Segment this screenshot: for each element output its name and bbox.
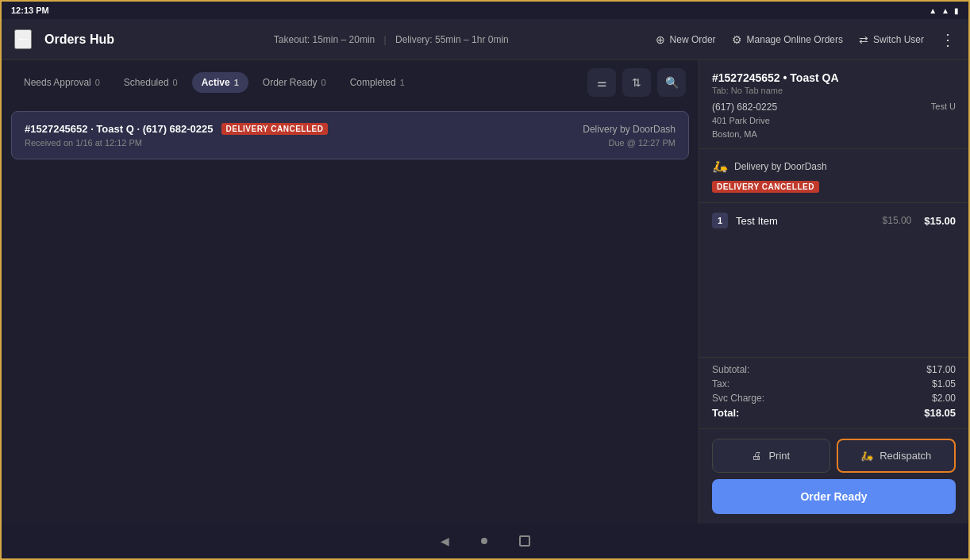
nav-home-dot[interactable] [481, 538, 487, 544]
order-right: Delivery by DoorDash Due @ 12:27 PM [583, 124, 676, 148]
separator: | [384, 34, 389, 45]
search-icon: 🔍 [665, 76, 679, 89]
detail-phone: (617) 682-0225 [712, 102, 777, 113]
detail-items-section: 1 Test Item $15.00 $15.00 [699, 203, 968, 357]
grand-total-label: Total: [712, 407, 739, 419]
tab-scheduled-count: 0 [173, 78, 178, 87]
order-left: #1527245652 · Toast Q · (617) 682-0225 D… [25, 123, 328, 148]
nav-back-triangle[interactable]: ◀ [441, 535, 449, 547]
search-button[interactable]: 🔍 [657, 68, 686, 97]
nav-title: Orders Hub [44, 33, 114, 47]
detail-order-title: #1527245652 • Toast QA [712, 71, 956, 84]
main-content: Needs Approval 0 Scheduled 0 Active 1 Or… [2, 60, 968, 524]
sort-icon: ⇅ [632, 76, 641, 89]
tax-label: Tax: [712, 378, 729, 389]
tab-order-ready[interactable]: Order Ready 0 [253, 72, 336, 93]
redispatch-icon: 🛵 [860, 450, 873, 462]
detail-delivery-name: Delivery by DoorDash [734, 161, 827, 172]
manage-orders-button[interactable]: ⚙ Manage Online Orders [732, 33, 843, 46]
print-icon: 🖨 [752, 450, 762, 462]
delivery-time: Delivery: 55min – 1hr 0min [395, 34, 509, 45]
detail-address: 401 Park Drive Boston, MA [712, 114, 777, 140]
tax-row: Tax: $1.05 [712, 378, 956, 389]
top-nav: ← Orders Hub Takeout: 15min – 20min | De… [2, 19, 968, 60]
order-received: Received on 1/16 at 12:12 PM [25, 138, 328, 148]
detail-delivery-row: 🛵 Delivery by DoorDash [712, 159, 956, 174]
tab-order-ready-label: Order Ready [263, 77, 318, 88]
manage-orders-label: Manage Online Orders [747, 34, 843, 45]
gear-icon: ⚙ [732, 33, 742, 46]
detail-actions: 🖨 Print 🛵 Redispatch Order Ready [699, 428, 968, 524]
tab-completed-label: Completed [350, 77, 396, 88]
bottom-nav: ◀ [2, 524, 968, 558]
nav-recent-square[interactable] [519, 535, 530, 547]
subtotal-label: Subtotal: [712, 364, 749, 375]
sort-button[interactable]: ⇅ [622, 68, 651, 97]
tab-scheduled[interactable]: Scheduled 0 [114, 72, 187, 93]
filter-icon: ⚌ [597, 76, 607, 89]
back-button[interactable]: ← [14, 29, 32, 49]
item-name: Test Item [736, 215, 883, 227]
delivery-vehicle-icon: 🛵 [712, 159, 728, 174]
right-panel: #1527245652 • Toast QA Tab: No Tab name … [699, 60, 968, 524]
tab-order-ready-count: 0 [321, 78, 326, 87]
tab-needs-approval-count: 0 [95, 78, 100, 87]
delivery-cancelled-badge-detail: DELIVERY CANCELLED [712, 181, 819, 193]
delivery-cancelled-badge: DELIVERY CANCELLED [221, 123, 329, 135]
nav-times: Takeout: 15min – 20min | Delivery: 55min… [140, 34, 643, 45]
delivery-by: Delivery by DoorDash [583, 124, 676, 135]
grand-total-row: Total: $18.05 [712, 407, 956, 419]
status-bar: 12:13 PM ▲ ▲ ▮ [2, 2, 968, 19]
status-icons: ▲ ▲ ▮ [929, 6, 959, 15]
order-card[interactable]: #1527245652 · Toast Q · (617) 682-0225 D… [11, 111, 689, 159]
subtotal-value: $17.00 [926, 364, 956, 375]
filter-button[interactable]: ⚌ [587, 68, 616, 97]
tab-completed[interactable]: Completed 1 [341, 72, 414, 93]
detail-delivery-section: 🛵 Delivery by DoorDash DELIVERY CANCELLE… [699, 149, 968, 203]
print-label: Print [768, 450, 790, 462]
tab-active[interactable]: Active 1 [192, 72, 248, 93]
switch-user-label: Switch User [873, 34, 924, 45]
order-ready-button[interactable]: Order Ready [712, 479, 956, 514]
grand-total-value: $18.05 [924, 407, 956, 419]
detail-tab-name: Tab: No Tab name [712, 86, 956, 95]
print-button[interactable]: 🖨 Print [712, 439, 830, 473]
tab-scheduled-label: Scheduled [124, 77, 169, 88]
takeout-time: Takeout: 15min – 20min [274, 34, 375, 45]
wifi-icon: ▲ [929, 6, 937, 15]
tab-needs-approval[interactable]: Needs Approval 0 [14, 72, 110, 93]
subtotal-row: Subtotal: $17.00 [712, 364, 956, 375]
action-row-top: 🖨 Print 🛵 Redispatch [712, 439, 956, 473]
svc-charge-label: Svc Charge: [712, 393, 764, 404]
tab-active-label: Active [202, 77, 230, 88]
tab-completed-count: 1 [400, 78, 405, 87]
due-time: Due @ 12:27 PM [583, 138, 676, 148]
redispatch-button[interactable]: 🛵 Redispatch [837, 439, 957, 473]
item-qty-badge: 1 [712, 213, 728, 228]
detail-totals: Subtotal: $17.00 Tax: $1.05 Svc Charge: … [699, 357, 968, 428]
filter-actions: ⚌ ⇅ 🔍 [587, 68, 686, 97]
order-list: #1527245652 · Toast Q · (617) 682-0225 D… [2, 105, 699, 524]
signal-icon: ▲ [941, 6, 949, 15]
svc-charge-value: $2.00 [932, 393, 956, 404]
detail-item-row: 1 Test Item $15.00 $15.00 [712, 213, 956, 228]
plus-icon: ⊕ [656, 33, 665, 46]
tax-value: $1.05 [932, 378, 956, 389]
left-panel: Needs Approval 0 Scheduled 0 Active 1 Or… [2, 60, 699, 524]
redispatch-label: Redispatch [880, 450, 931, 462]
item-unit-price: $15.00 [883, 215, 912, 226]
item-total-price: $15.00 [924, 215, 956, 227]
new-order-button[interactable]: ⊕ New Order [656, 33, 716, 46]
switch-icon: ⇄ [859, 33, 868, 46]
address-line2: Boston, MA [712, 129, 757, 139]
address-line1: 401 Park Drive [712, 116, 770, 125]
status-time: 12:13 PM [11, 6, 49, 15]
switch-user-button[interactable]: ⇄ Switch User [859, 33, 924, 46]
tab-needs-approval-label: Needs Approval [24, 77, 91, 88]
more-menu-button[interactable]: ⋮ [940, 30, 956, 49]
order-title-row: #1527245652 · Toast Q · (617) 682-0225 D… [25, 123, 328, 135]
detail-test-label: Test U [931, 102, 956, 111]
detail-customer-info: (617) 682-0225 401 Park Drive Boston, MA [712, 102, 777, 140]
detail-header: #1527245652 • Toast QA Tab: No Tab name … [699, 60, 968, 149]
battery-icon: ▮ [954, 6, 959, 15]
